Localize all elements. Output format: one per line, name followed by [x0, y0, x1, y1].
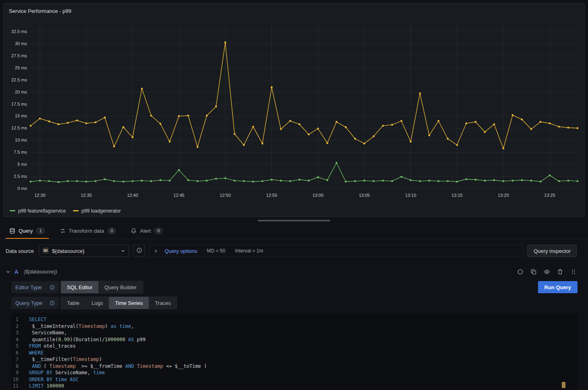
run-query-button[interactable]: Run Query: [538, 281, 578, 293]
query-editor-body: Editor Type SQL Editor Query Builder Run…: [11, 281, 578, 390]
legend-item-loadgenerator[interactable]: p99 loadgenerator: [73, 208, 121, 214]
datasource-select[interactable]: ${datasource}: [39, 245, 129, 257]
editor-type-label: Editor Type: [15, 284, 42, 290]
tab-label: Transform data: [69, 228, 104, 234]
datasource-label: Data source: [6, 248, 34, 254]
legend-item-featureflagservice[interactable]: p99 featureflagservice: [10, 208, 66, 214]
tab-transform-data[interactable]: Transform data 0: [56, 224, 120, 239]
tab-badge: 0: [154, 227, 163, 234]
tab-query[interactable]: Query 1: [6, 224, 49, 239]
editor-type-row: Editor Type SQL Editor Query Builder Run…: [11, 281, 578, 294]
query-type-traces-button[interactable]: Traces: [149, 297, 177, 309]
editor-type-segmented: SQL Editor Query Builder: [60, 281, 143, 294]
indent-guide: [41, 356, 41, 369]
svg-text:32.5 ms: 32.5 ms: [11, 29, 27, 34]
tab-label: Query: [19, 228, 33, 234]
horizontal-scrollbar-thumb[interactable]: [258, 220, 330, 221]
query-type-row: Query Type Table Logs Time Series Traces: [11, 296, 578, 309]
disable-query-icon[interactable]: [517, 269, 523, 275]
svg-text:15 ms: 15 ms: [15, 113, 27, 118]
svg-text:13:05: 13:05: [359, 193, 370, 198]
editor-tabs: Query 1 Transform data 0 Alert 0: [0, 224, 588, 239]
info-circle-icon[interactable]: [50, 300, 55, 306]
datasource-logo-icon: [42, 247, 49, 255]
query-type-time-series-button[interactable]: Time Series: [109, 297, 149, 309]
duplicate-query-icon[interactable]: [530, 269, 537, 275]
chevron-right-icon: [154, 249, 158, 253]
grafana-panel-editor: Service Performance - p99 0 ms2.5 ms5 ms…: [0, 3, 588, 390]
tab-badge: 0: [107, 227, 116, 234]
chart-legend: p99 featureflagservice p99 loadgenerator: [7, 206, 581, 216]
datasource-help-button[interactable]: [133, 245, 145, 257]
timeseries-panel: Service Performance - p99 0 ms2.5 ms5 ms…: [3, 3, 585, 217]
sql-code: 1SELECT2 $__timeInterval(Timestamp) as t…: [11, 316, 578, 390]
svg-text:12:35: 12:35: [81, 193, 92, 198]
svg-text:22.5 ms: 22.5 ms: [11, 77, 27, 82]
query-options-md: MD = 50: [207, 248, 225, 254]
legend-swatch-green: [10, 210, 15, 211]
svg-text:30 ms: 30 ms: [15, 41, 27, 46]
query-options-interval: Interval = 1m: [235, 248, 263, 254]
svg-text:5 ms: 5 ms: [17, 162, 27, 167]
transform-icon: [60, 228, 66, 234]
datasource-bar: Data source ${datasource} Query options …: [6, 244, 577, 257]
query-options-label[interactable]: Query options: [165, 248, 197, 254]
tab-alert[interactable]: Alert 0: [127, 224, 167, 239]
svg-text:12:50: 12:50: [220, 193, 231, 198]
svg-text:13:10: 13:10: [405, 193, 417, 198]
query-builder-button[interactable]: Query Builder: [98, 281, 142, 293]
panel-header: Service Performance - p99: [7, 6, 581, 16]
svg-text:25 ms: 25 ms: [15, 65, 27, 70]
tab-label: Alert: [140, 228, 151, 234]
svg-text:12:45: 12:45: [173, 193, 185, 198]
query-type-label-box: Query Type: [11, 297, 59, 309]
svg-text:12:40: 12:40: [127, 193, 138, 198]
svg-text:12.5 ms: 12.5 ms: [11, 125, 27, 130]
info-circle-icon[interactable]: [50, 285, 55, 290]
query-inspector-button[interactable]: Query inspector: [528, 245, 577, 257]
svg-text:20 ms: 20 ms: [15, 90, 27, 94]
svg-text:13:15: 13:15: [451, 193, 463, 198]
query-type-label: Query Type: [15, 300, 42, 306]
drag-handle-icon[interactable]: [570, 269, 577, 275]
query-actions: [517, 269, 577, 275]
legend-label: p99 loadgenerator: [81, 208, 121, 214]
svg-text:27.5 ms: 27.5 ms: [11, 53, 27, 58]
hide-response-eye-icon[interactable]: [544, 269, 550, 275]
legend-swatch-yellow: [73, 210, 79, 211]
indent-guide: [41, 323, 41, 343]
chevron-down-icon: [121, 248, 125, 253]
database-icon: [9, 228, 15, 234]
editor-type-label-box: Editor Type: [11, 281, 59, 293]
legend-label: p99 featureflagservice: [18, 208, 66, 214]
collapse-chevron-down-icon[interactable]: [6, 269, 10, 274]
svg-text:10 ms: 10 ms: [15, 138, 27, 142]
query-ref-id[interactable]: A: [15, 269, 18, 275]
svg-text:13:00: 13:00: [313, 193, 324, 198]
svg-text:12:55: 12:55: [266, 193, 277, 198]
remove-query-trash-icon[interactable]: [557, 269, 563, 275]
datasource-value: ${datasource}: [52, 248, 117, 254]
bell-icon: [131, 228, 137, 234]
svg-text:17.5 ms: 17.5 ms: [11, 102, 27, 106]
query-options-toggle[interactable]: Query options MD = 50 Interval = 1m: [149, 245, 523, 257]
sql-editor-button[interactable]: SQL Editor: [61, 281, 98, 293]
svg-text:13:25: 13:25: [544, 193, 555, 198]
query-type-table-button[interactable]: Table: [61, 297, 85, 309]
svg-text:2.5 ms: 2.5 ms: [14, 174, 27, 179]
svg-text:12:30: 12:30: [34, 193, 46, 198]
query-datasource-hint: (${datasource}): [24, 269, 57, 275]
info-circle-icon: [136, 247, 142, 254]
editor-cursor: [562, 382, 565, 388]
query-type-logs-button[interactable]: Logs: [85, 297, 109, 309]
svg-text:13:20: 13:20: [498, 193, 509, 198]
svg-text:7.5 ms: 7.5 ms: [14, 150, 27, 154]
timeseries-chart[interactable]: 0 ms2.5 ms5 ms7.5 ms10 ms12.5 ms15 ms17.…: [7, 16, 581, 206]
query-type-segmented: Table Logs Time Series Traces: [60, 296, 177, 309]
svg-text:0 ms: 0 ms: [17, 186, 27, 191]
panel-title[interactable]: Service Performance - p99: [9, 8, 71, 14]
query-row-header: A (${datasource}): [6, 266, 577, 277]
tab-badge: 1: [36, 227, 45, 234]
sql-editor[interactable]: 1SELECT2 $__timeInterval(Timestamp) as t…: [11, 313, 578, 390]
